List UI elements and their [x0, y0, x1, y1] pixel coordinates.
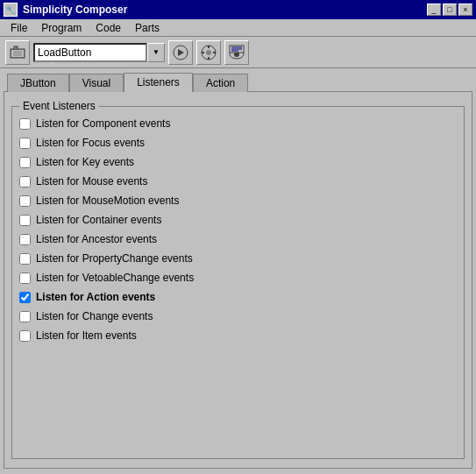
toolbar: ▼	[0, 37, 476, 68]
settings-icon	[199, 43, 218, 62]
checkbox-item: Listen for MouseMotion events	[19, 191, 457, 210]
checkbox-item: Listen for Mouse events	[19, 172, 457, 191]
eye-icon	[227, 43, 246, 62]
event-checkbox-0[interactable]	[19, 118, 31, 130]
tab-action[interactable]: Action	[193, 74, 248, 92]
event-label-5: Listen for Container events	[36, 214, 161, 226]
title-bar: 🔧 Simplicity Composer _ □ ×	[0, 0, 476, 19]
checkbox-item: Listen for Ancestor events	[19, 230, 457, 249]
event-checkbox-9[interactable]	[19, 292, 31, 303]
title-bar-left: 🔧 Simplicity Composer	[4, 3, 127, 17]
svg-rect-1	[14, 46, 18, 50]
event-label-10: Listen for Change events	[36, 310, 153, 322]
checkbox-item: Listen for Item events	[19, 326, 457, 345]
event-label-11: Listen for Item events	[36, 329, 137, 342]
event-checkbox-3[interactable]	[19, 176, 31, 187]
toolbar-icon3[interactable]	[196, 40, 221, 65]
arrow-icon	[171, 43, 190, 62]
component-selector: ▼	[33, 43, 165, 62]
event-checkbox-10[interactable]	[19, 311, 31, 322]
event-label-4: Listen for MouseMotion events	[36, 195, 179, 207]
tab-jbutton[interactable]: JButton	[7, 74, 69, 92]
event-listeners-group: Event Listeners Listen for Component eve…	[11, 106, 465, 459]
event-checkbox-2[interactable]	[19, 157, 31, 168]
tab-visual[interactable]: Visual	[69, 74, 124, 92]
checkbox-item: Listen for Container events	[19, 210, 457, 230]
checkbox-item: Listen for VetoableChange events	[19, 268, 457, 287]
menu-code[interactable]: Code	[89, 20, 128, 36]
event-checkbox-5[interactable]	[19, 215, 31, 226]
group-label: Event Listeners	[19, 100, 99, 112]
toolbar-icon4[interactable]	[224, 40, 249, 65]
event-label-6: Listen for Ancestor events	[36, 233, 157, 245]
event-label-8: Listen for VetoableChange events	[36, 272, 194, 284]
event-checkbox-11[interactable]	[19, 330, 31, 342]
minimize-button[interactable]: _	[427, 4, 441, 16]
event-label-7: Listen for PropertyChange events	[36, 252, 193, 265]
checkbox-item: Listen for Key events	[19, 152, 457, 172]
event-label-9: Listen for Action events	[36, 291, 155, 303]
event-label-0: Listen for Component events	[36, 117, 170, 130]
event-label-1: Listen for Focus events	[36, 137, 145, 149]
tabs: JButton Visual Listeners Action	[4, 72, 472, 92]
event-checkbox-1[interactable]	[19, 138, 31, 149]
svg-point-8	[206, 50, 211, 55]
event-checkbox-6[interactable]	[19, 234, 31, 245]
event-checkbox-8[interactable]	[19, 272, 31, 284]
combo-input[interactable]	[33, 43, 147, 62]
menu-bar: File Program Code Parts	[0, 19, 476, 37]
event-checkbox-7[interactable]	[19, 253, 31, 265]
menu-program[interactable]: Program	[34, 20, 89, 36]
close-button[interactable]: ×	[458, 4, 472, 16]
event-label-3: Listen for Mouse events	[36, 175, 147, 187]
event-label-2: Listen for Key events	[36, 156, 134, 168]
event-checkbox-4[interactable]	[19, 195, 31, 207]
tab-content-listeners: Event Listeners Listen for Component eve…	[4, 91, 472, 469]
checkbox-item: Listen for Focus events	[19, 133, 457, 152]
app-title: Simplicity Composer	[23, 4, 127, 16]
app-icon: 🔧	[4, 3, 18, 17]
checkbox-item: Listen for Action events	[19, 287, 457, 307]
tab-listeners[interactable]: Listeners	[124, 73, 193, 92]
title-bar-controls: _ □ ×	[427, 4, 472, 16]
main-content: JButton Visual Listeners Action Event Li…	[0, 68, 476, 474]
checkbox-item: Listen for Component events	[19, 114, 457, 133]
toolbar-icon2[interactable]	[168, 40, 193, 65]
menu-parts[interactable]: Parts	[128, 20, 167, 36]
checkboxes-container: Listen for Component eventsListen for Fo…	[19, 114, 457, 345]
checkbox-item: Listen for PropertyChange events	[19, 249, 457, 268]
maximize-button[interactable]: □	[443, 4, 457, 16]
menu-file[interactable]: File	[4, 20, 34, 36]
combo-dropdown-button[interactable]: ▼	[147, 43, 165, 62]
checkbox-item: Listen for Change events	[19, 307, 457, 326]
tool-icon	[9, 44, 26, 61]
toolbar-icon1[interactable]	[5, 40, 30, 65]
